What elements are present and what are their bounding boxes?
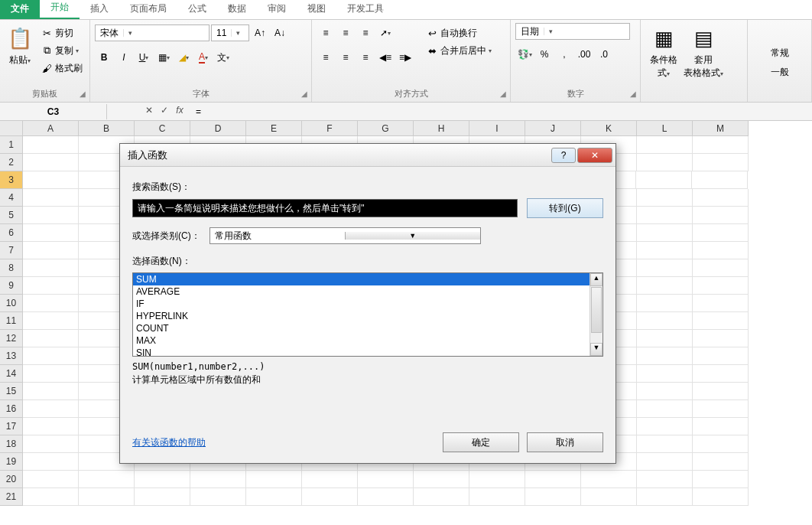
cell[interactable]: [246, 488, 302, 506]
dialog-close-button[interactable]: ✕: [577, 148, 612, 163]
column-header[interactable]: G: [358, 121, 414, 136]
style-general[interactable]: 一般: [771, 66, 789, 79]
cell[interactable]: [23, 365, 79, 383]
cell[interactable]: [246, 471, 302, 488]
number-format-combo[interactable]: 日期▾: [515, 23, 630, 40]
copy-button[interactable]: ⧉复制▾: [38, 43, 85, 58]
row-header[interactable]: 12: [0, 330, 23, 347]
cell[interactable]: [23, 453, 79, 471]
cell[interactable]: [637, 400, 693, 418]
cell[interactable]: [693, 471, 749, 488]
cell[interactable]: [23, 242, 79, 259]
row-header[interactable]: 7: [0, 242, 23, 259]
cell[interactable]: [79, 471, 135, 488]
italic-button[interactable]: I: [115, 49, 133, 66]
column-header[interactable]: M: [693, 121, 749, 136]
function-list-item[interactable]: HYPERLINK: [133, 310, 590, 322]
select-all-corner[interactable]: [0, 121, 23, 136]
align-center-button[interactable]: ≡: [336, 49, 355, 66]
decrease-indent-button[interactable]: ◀≡: [376, 49, 395, 66]
cell[interactable]: [637, 471, 693, 488]
cell[interactable]: [637, 312, 693, 330]
cell[interactable]: [637, 224, 693, 242]
phonetic-button[interactable]: 文▾: [214, 49, 232, 66]
row-header[interactable]: 14: [0, 365, 23, 383]
cell[interactable]: [23, 471, 79, 488]
increase-decimal-button[interactable]: .00: [575, 46, 593, 63]
column-header[interactable]: E: [246, 121, 302, 136]
column-header[interactable]: J: [525, 121, 581, 136]
cell[interactable]: [23, 154, 79, 171]
cell[interactable]: [190, 488, 246, 506]
cell[interactable]: [469, 471, 525, 488]
tab-developer[interactable]: 开发工具: [336, 0, 395, 19]
category-select[interactable]: 常用函数▼: [209, 227, 481, 244]
cell[interactable]: [190, 471, 246, 488]
cell[interactable]: [636, 171, 692, 189]
cell[interactable]: [525, 471, 581, 488]
currency-button[interactable]: 💱▾: [515, 46, 534, 63]
increase-font-button[interactable]: A↑: [251, 24, 269, 41]
row-header[interactable]: 4: [0, 189, 23, 207]
listbox-scrollbar[interactable]: ▲ ▼: [590, 273, 603, 356]
cell[interactable]: [637, 189, 693, 207]
cell[interactable]: [23, 207, 79, 224]
formula-input[interactable]: [191, 105, 812, 119]
column-header[interactable]: B: [79, 121, 135, 136]
insert-function-button[interactable]: fx: [173, 105, 187, 119]
function-list-item[interactable]: SUM: [133, 273, 590, 285]
cell[interactable]: [135, 471, 190, 488]
cell[interactable]: [23, 171, 79, 189]
cell[interactable]: [23, 347, 79, 365]
format-painter-button[interactable]: 🖌格式刷: [38, 60, 85, 76]
cell[interactable]: [23, 400, 79, 418]
cell[interactable]: [637, 435, 693, 453]
cell[interactable]: [637, 136, 693, 154]
cell[interactable]: [23, 383, 79, 400]
column-header[interactable]: H: [414, 121, 469, 136]
percent-button[interactable]: %: [535, 46, 554, 63]
row-header[interactable]: 17: [0, 418, 23, 435]
row-header[interactable]: 11: [0, 312, 23, 330]
align-top-button[interactable]: ≡: [317, 24, 335, 41]
cell[interactable]: [23, 136, 79, 154]
function-list-item[interactable]: IF: [133, 298, 590, 310]
cell[interactable]: [23, 224, 79, 242]
dialog-titlebar[interactable]: 插入函数 ? ✕: [120, 144, 615, 167]
align-right-button[interactable]: ≡: [356, 49, 375, 66]
font-size-combo[interactable]: 11▾: [211, 24, 249, 41]
row-header[interactable]: 6: [0, 224, 23, 242]
column-header[interactable]: D: [190, 121, 246, 136]
cell[interactable]: [693, 400, 749, 418]
alignment-launcher[interactable]: ◢: [499, 90, 508, 99]
border-button[interactable]: ▦▾: [154, 49, 173, 66]
cell[interactable]: [637, 330, 693, 347]
cell[interactable]: [693, 418, 749, 435]
cell[interactable]: [358, 488, 414, 506]
cell[interactable]: [23, 189, 79, 207]
cell[interactable]: [693, 312, 749, 330]
orientation-button[interactable]: ➚▾: [376, 24, 395, 41]
cell[interactable]: [302, 471, 358, 488]
comma-button[interactable]: ,: [555, 46, 573, 63]
column-header[interactable]: C: [135, 121, 190, 136]
cell[interactable]: [637, 365, 693, 383]
align-left-button[interactable]: ≡: [317, 49, 335, 66]
cell[interactable]: [693, 136, 749, 154]
row-header[interactable]: 2: [0, 154, 23, 171]
decrease-font-button[interactable]: A↓: [271, 24, 289, 41]
column-header[interactable]: L: [637, 121, 693, 136]
cancel-formula-button[interactable]: ✕: [142, 105, 156, 119]
row-header[interactable]: 16: [0, 400, 23, 418]
cell[interactable]: [302, 488, 358, 506]
row-header[interactable]: 21: [0, 488, 23, 506]
row-header[interactable]: 15: [0, 383, 23, 400]
number-launcher[interactable]: ◢: [628, 90, 638, 99]
conditional-format-button[interactable]: ▦ 条件格式▾: [645, 23, 682, 81]
fill-color-button[interactable]: ◢▾: [174, 49, 193, 66]
scroll-down-button[interactable]: ▼: [590, 343, 603, 356]
cell[interactable]: [693, 383, 749, 400]
decrease-decimal-button[interactable]: .0: [595, 46, 613, 63]
cell[interactable]: [79, 488, 135, 506]
cell[interactable]: [693, 259, 749, 277]
